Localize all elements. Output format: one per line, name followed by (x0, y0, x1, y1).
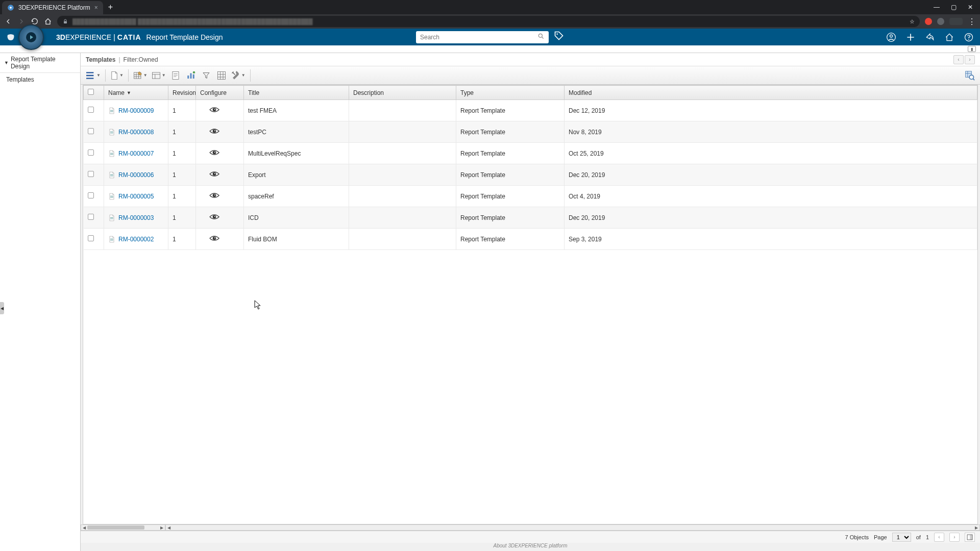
column-header-modified[interactable]: Modified (565, 86, 977, 100)
column-header-configure[interactable]: Configure (196, 86, 244, 100)
template-name-link[interactable]: RM-0000003 (118, 214, 154, 221)
url-bar[interactable]: ████████████████ ███████████████████████… (57, 16, 920, 27)
page-select[interactable]: 1 (892, 533, 911, 542)
grid-button[interactable] (214, 68, 229, 83)
sidebar-item-templates[interactable]: Templates (0, 73, 80, 86)
filter-button[interactable] (199, 68, 213, 83)
tag-icon[interactable] (554, 31, 564, 43)
row-checkbox[interactable] (88, 171, 94, 177)
column-header-title[interactable]: Title (244, 86, 349, 100)
row-checkbox[interactable] (88, 235, 94, 241)
table-row[interactable]: RM-0000008 1 testPC Report Template Nov … (84, 121, 977, 143)
table-footer: 7 Objects Page 1 of 1 ‹ › (81, 531, 980, 543)
column-header-revision[interactable]: Revision (168, 86, 196, 100)
table-row[interactable]: RM-0000009 1 test FMEA Report Template D… (84, 100, 977, 121)
revision-cell: 1 (168, 207, 196, 229)
row-checkbox[interactable] (88, 214, 94, 220)
template-name-link[interactable]: RM-0000002 (118, 236, 154, 243)
layout-toggle-button[interactable] (965, 533, 975, 542)
extension-icon-1[interactable] (925, 18, 932, 25)
home-icon[interactable] (944, 32, 954, 42)
row-checkbox[interactable] (88, 128, 94, 134)
user-icon[interactable] (886, 32, 896, 42)
table-row[interactable]: RM-0000003 1 ICD Report Template Dec 20,… (84, 207, 977, 229)
back-button[interactable] (4, 17, 12, 26)
scrollbar-thumb[interactable] (87, 525, 144, 530)
document-icon (108, 236, 115, 243)
browser-menu-button[interactable]: ⋮ (968, 17, 976, 27)
scroll-left-button[interactable]: ◀ (81, 525, 87, 530)
description-cell (349, 143, 456, 164)
column-header-type[interactable]: Type (456, 86, 565, 100)
type-cell: Report Template (456, 121, 565, 143)
svg-rect-13 (192, 74, 194, 78)
preview-eye-icon[interactable] (209, 128, 219, 135)
breadcrumb-filter[interactable]: Filter:Owned (124, 56, 158, 63)
svg-rect-20 (110, 111, 113, 112)
scroll-left-button-2[interactable]: ◀ (166, 525, 172, 530)
svg-rect-48 (970, 535, 972, 540)
page-next-button[interactable]: › (949, 533, 960, 542)
template-name-link[interactable]: RM-0000005 (118, 193, 154, 200)
minimize-button[interactable]: — (934, 4, 940, 11)
search-input[interactable] (420, 34, 537, 41)
edit-table-button[interactable]: ▼ (132, 68, 149, 83)
preview-eye-icon[interactable] (209, 192, 219, 199)
chart-button[interactable]: + (184, 68, 198, 83)
preview-eye-icon[interactable] (209, 235, 219, 242)
breadcrumb-next-button[interactable]: › (965, 55, 975, 64)
template-name-link[interactable]: RM-0000008 (118, 129, 154, 136)
add-icon[interactable] (905, 32, 916, 42)
compass-button[interactable] (18, 24, 44, 50)
sidebar: ▼ Report Template Design Templates (0, 53, 81, 551)
search-icon[interactable] (537, 33, 545, 42)
select-all-checkbox[interactable] (88, 89, 94, 95)
close-tab-icon[interactable]: × (94, 4, 98, 11)
view-button[interactable]: ▼ (150, 68, 167, 83)
extension-icon-2[interactable] (937, 18, 944, 25)
browser-tab[interactable]: 3DEXPERIENCE Platform × (2, 1, 103, 14)
scroll-right-button-2[interactable]: ▶ (973, 525, 979, 530)
about-link[interactable]: About 3DEXPERIENCE platform (81, 543, 980, 551)
column-header-name[interactable]: Name▼ (104, 86, 168, 100)
preview-eye-icon[interactable] (209, 170, 219, 178)
tools-button[interactable]: ▼ (230, 68, 247, 83)
home-button[interactable] (44, 17, 52, 26)
table-row[interactable]: RM-0000002 1 Fluid BOM Report Template S… (84, 229, 977, 250)
template-name-link[interactable]: RM-0000007 (118, 150, 154, 157)
type-cell: Report Template (456, 207, 565, 229)
sidebar-collapse-tab[interactable]: ◀ (0, 302, 4, 314)
modified-cell: Dec 12, 2019 (565, 100, 977, 121)
menu-button[interactable]: ▼ (84, 68, 102, 83)
preview-eye-icon[interactable] (209, 106, 219, 113)
search-table-button[interactable] (963, 68, 977, 83)
template-name-link[interactable]: RM-0000006 (118, 171, 154, 179)
page-prev-button[interactable]: ‹ (934, 533, 944, 542)
profile-icon[interactable] (949, 18, 963, 25)
maximize-button[interactable]: ▢ (951, 4, 957, 11)
breadcrumb-prev-button[interactable]: ‹ (953, 55, 964, 64)
row-checkbox[interactable] (88, 107, 94, 113)
share-icon[interactable] (925, 32, 935, 42)
row-checkbox[interactable] (88, 149, 94, 156)
preview-eye-icon[interactable] (209, 149, 219, 156)
row-checkbox[interactable] (88, 192, 94, 198)
table-row[interactable]: RM-0000007 1 MultiLevelReqSpec Report Te… (84, 143, 977, 164)
new-tab-button[interactable]: + (108, 3, 113, 12)
bookmark-star-icon[interactable]: ☆ (910, 18, 915, 25)
column-header-description[interactable]: Description (349, 86, 456, 100)
panel-collapse-handle[interactable]: ▮ (968, 46, 976, 52)
svg-rect-39 (110, 217, 113, 217)
breadcrumb-templates[interactable]: Templates (86, 56, 115, 63)
template-name-link[interactable]: RM-0000009 (118, 107, 154, 114)
new-document-button[interactable]: ▼ (109, 68, 125, 83)
table-row[interactable]: RM-0000006 1 Export Report Template Dec … (84, 164, 977, 186)
sidebar-root[interactable]: ▼ Report Template Design (0, 53, 80, 73)
close-window-button[interactable]: ✕ (968, 4, 973, 11)
help-icon[interactable] (964, 32, 974, 42)
search-box[interactable] (416, 31, 549, 43)
scroll-right-button[interactable]: ▶ (159, 525, 165, 530)
preview-eye-icon[interactable] (209, 213, 219, 220)
report-button[interactable] (168, 68, 183, 83)
table-row[interactable]: RM-0000005 1 spaceRef Report Template Oc… (84, 186, 977, 207)
